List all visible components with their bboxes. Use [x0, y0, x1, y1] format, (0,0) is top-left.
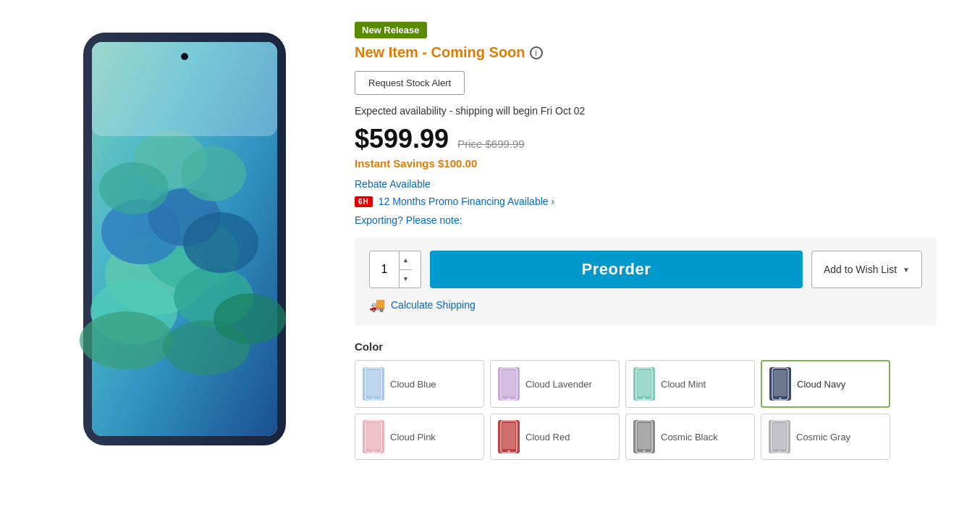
color-option-cloud-red[interactable]: Cloud Red: [490, 414, 620, 460]
color-label-cloud-pink: Cloud Pink: [390, 432, 436, 443]
color-label-cloud-navy: Cloud Navy: [797, 379, 845, 390]
rebate-link[interactable]: Rebate Available: [355, 178, 937, 190]
quantity-up-button[interactable]: ▲: [400, 251, 412, 270]
svg-rect-24: [502, 370, 515, 396]
svg-point-15: [181, 146, 246, 201]
coming-soon-line: New Item - Coming Soon i: [355, 44, 937, 61]
color-section-label: Color: [355, 340, 937, 353]
svg-rect-33: [367, 423, 380, 449]
quantity-down-button[interactable]: ▼: [400, 270, 412, 288]
svg-point-34: [373, 451, 375, 453]
svg-rect-39: [638, 423, 651, 449]
svg-point-37: [508, 451, 510, 453]
svg-point-31: [780, 398, 782, 400]
svg-point-13: [214, 293, 286, 344]
svg-rect-30: [774, 370, 787, 396]
svg-point-10: [183, 212, 258, 273]
calculate-shipping-link[interactable]: Calculate Shipping: [391, 299, 476, 311]
color-label-cloud-blue: Cloud Blue: [390, 379, 436, 390]
exporting-link[interactable]: Exporting? Please note:: [355, 214, 937, 226]
shipping-row: 🚚 Calculate Shipping: [369, 297, 922, 313]
color-option-cloud-blue[interactable]: Cloud Blue: [355, 360, 484, 408]
svg-rect-27: [638, 370, 651, 396]
quantity-box: ▲ ▼: [369, 251, 421, 288]
wish-list-button[interactable]: Add to Wish List ▼: [811, 251, 922, 288]
color-thumb-cloud-mint: [633, 367, 655, 401]
svg-point-43: [779, 451, 781, 453]
color-thumb-cloud-blue: [363, 367, 384, 401]
product-image: [76, 29, 293, 449]
color-option-cloud-pink[interactable]: Cloud Pink: [355, 414, 484, 460]
price-row: $599.99 Price $699.99: [355, 124, 937, 154]
color-thumb-cosmic-black: [633, 420, 655, 453]
quantity-arrows: ▲ ▼: [399, 251, 412, 288]
add-to-cart-section: ▲ ▼ Preorder Add to Wish List ▼ 🚚 Calcul…: [355, 238, 937, 326]
color-option-cloud-lavender[interactable]: Cloud Lavender: [490, 360, 620, 408]
svg-point-19: [182, 54, 187, 59]
color-section: Color Cloud Blue Cloud Lavender Cloud Mi…: [355, 340, 937, 460]
product-image-section: [29, 14, 340, 464]
color-label-cosmic-black: Cosmic Black: [661, 432, 718, 443]
svg-point-22: [373, 398, 375, 400]
truck-icon: 🚚: [369, 297, 385, 313]
svg-point-11: [80, 311, 174, 369]
svg-rect-42: [773, 423, 786, 449]
color-label-cloud-red: Cloud Red: [525, 432, 570, 443]
color-option-cosmic-black[interactable]: Cosmic Black: [625, 414, 755, 460]
current-price: $599.99: [355, 124, 449, 154]
info-icon[interactable]: i: [530, 46, 543, 59]
svg-point-16: [99, 162, 169, 214]
preorder-button[interactable]: Preorder: [430, 251, 803, 288]
color-option-cloud-navy[interactable]: Cloud Navy: [761, 360, 890, 408]
svg-point-28: [643, 398, 646, 400]
svg-rect-21: [367, 370, 380, 396]
color-thumb-cosmic-gray: [769, 420, 790, 453]
svg-rect-36: [502, 423, 515, 449]
color-label-cosmic-gray: Cosmic Gray: [796, 432, 850, 443]
color-label-cloud-lavender: Cloud Lavender: [525, 379, 592, 390]
color-label-cloud-mint: Cloud Mint: [661, 379, 706, 390]
color-thumb-cloud-pink: [363, 420, 384, 453]
color-option-cosmic-gray[interactable]: Cosmic Gray: [761, 414, 890, 460]
product-details-section: New Release New Item - Coming Soon i Req…: [340, 14, 951, 467]
color-thumb-cloud-red: [498, 420, 520, 453]
financing-text: 12 Months Promo Financing Available: [379, 196, 549, 207]
new-release-badge: New Release: [355, 22, 427, 38]
wish-list-label: Add to Wish List: [824, 264, 897, 275]
svg-point-40: [643, 451, 646, 453]
color-thumb-cloud-navy: [769, 367, 791, 401]
availability-text: Expected availability - shipping will be…: [355, 105, 937, 117]
financing-link[interactable]: 12 Months Promo Financing Available ›: [379, 196, 554, 207]
original-price: Price $699.99: [457, 138, 525, 150]
color-grid: Cloud Blue Cloud Lavender Cloud Mint Clo…: [355, 360, 890, 460]
financing-row: 6H 12 Months Promo Financing Available ›: [355, 196, 937, 207]
color-option-cloud-mint[interactable]: Cloud Mint: [625, 360, 755, 408]
financing-badge: 6H: [355, 196, 373, 207]
color-thumb-cloud-lavender: [498, 367, 520, 401]
svg-point-25: [508, 398, 510, 400]
instant-savings: Instant Savings $100.00: [355, 157, 937, 169]
quantity-input[interactable]: [370, 251, 399, 288]
cart-controls: ▲ ▼ Preorder Add to Wish List ▼: [369, 251, 922, 288]
wish-list-arrow-icon: ▼: [903, 266, 910, 274]
coming-soon-text: New Item - Coming Soon: [355, 44, 525, 61]
request-stock-button[interactable]: Request Stock Alert: [355, 71, 465, 95]
financing-arrow: ›: [551, 196, 554, 207]
